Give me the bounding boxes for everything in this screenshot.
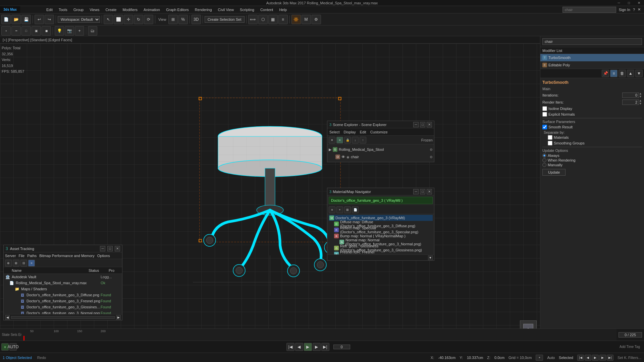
play-btn[interactable]: ▶ <box>304 343 312 351</box>
sub-object-vertex[interactable]: ▪ <box>1 26 11 36</box>
materials-checkbox[interactable] <box>548 135 552 140</box>
iterations-down[interactable]: ▼ <box>639 95 642 98</box>
asset-row-glossiness[interactable]: 🖼 Doctor's_office_furniture_geo_3_Glossi… <box>4 304 122 310</box>
3d-snap-btn[interactable]: 3D <box>192 15 201 24</box>
workspace-dropdown[interactable]: Workspace: Default <box>58 16 100 23</box>
close-btn[interactable]: ✕ <box>634 0 644 6</box>
frame-counter-input[interactable] <box>619 332 642 338</box>
add-time-tag-label[interactable]: Add Time Tag <box>620 345 640 349</box>
menu-help[interactable]: Help <box>276 7 289 12</box>
help-icon[interactable]: ? <box>633 8 635 12</box>
se-tb-btn2[interactable]: ≡ <box>336 137 343 143</box>
render-iters-down[interactable]: ▼ <box>639 102 642 105</box>
filters-label[interactable]: Filters... <box>628 356 641 360</box>
mod-list-icon[interactable]: ≡ <box>610 70 618 77</box>
select-region-btn[interactable]: ⬜ <box>114 15 123 24</box>
asset-row-vault[interactable]: 🏦 Autodesk Vault Logg... <box>4 274 122 280</box>
isoline-checkbox[interactable] <box>542 106 547 111</box>
asset-row-fresnel[interactable]: 🖼 Doctor's_office_furniture_geo_3_Fresne… <box>4 298 122 304</box>
redo-btn[interactable]: ↪ <box>45 15 54 24</box>
rotate-btn[interactable]: ↻ <box>134 15 143 24</box>
current-frame-input[interactable] <box>333 345 350 349</box>
se-item-chair[interactable]: O 👁 ◉ chair ⚙ <box>329 153 433 161</box>
sub-object-element[interactable]: ◼ <box>42 26 51 36</box>
mod-delete-icon[interactable]: 🗑 <box>619 70 626 77</box>
undo-label[interactable]: Redo <box>37 356 46 360</box>
mat-scroll-down[interactable]: ▼ <box>428 255 433 260</box>
se-tb-btn3[interactable]: 🔒 <box>344 137 351 143</box>
always-radio[interactable] <box>542 154 546 158</box>
mat-tb-btn3[interactable]: ⊞ <box>344 206 351 213</box>
mod-move-down-icon[interactable]: ▼ <box>635 70 643 77</box>
asset-panel-maximize[interactable]: □ <box>107 246 113 251</box>
go-to-end-btn[interactable]: ▶| <box>321 343 329 351</box>
restore-btn[interactable]: □ <box>624 0 634 6</box>
sub-object-border[interactable]: □ <box>21 26 31 36</box>
update-btn[interactable]: Update <box>542 169 566 176</box>
smoothing-groups-checkbox[interactable] <box>548 141 552 145</box>
se-menu-edit[interactable]: Edit <box>360 130 366 134</box>
se-menu-display[interactable]: Display <box>344 130 356 134</box>
search-input[interactable] <box>562 7 616 13</box>
mirror-btn[interactable]: ⬡ <box>258 15 268 24</box>
mod-pin-icon[interactable]: 📌 <box>602 70 609 77</box>
asset-tb-btn1[interactable]: ⊕ <box>5 260 12 266</box>
se-tb-btn1[interactable]: ✕ <box>329 137 335 143</box>
timeline-cursor[interactable] <box>23 336 24 341</box>
asset-menu-bitmap[interactable]: Bitmap Performance and Memory <box>39 254 94 258</box>
next-frame-btn[interactable]: ▶ <box>313 343 321 351</box>
align-btn[interactable]: ⟺ <box>248 15 258 24</box>
menu-content[interactable]: Content <box>258 7 276 12</box>
undo-btn[interactable]: ↩ <box>35 15 44 24</box>
smooth-result-checkbox[interactable] <box>542 125 547 129</box>
se-maximize[interactable]: □ <box>420 122 425 127</box>
asset-tb-btn3[interactable]: ⊟ <box>20 260 27 266</box>
save-btn[interactable]: 💾 <box>21 15 31 24</box>
scale-btn[interactable]: ⟳ <box>144 15 153 24</box>
pb-end[interactable]: ▶| <box>607 355 613 361</box>
se-tb-btn5[interactable]: ↑ <box>360 137 366 143</box>
se-menu-select[interactable]: Select <box>329 130 340 134</box>
mat-nav-minimize[interactable]: ─ <box>413 189 419 194</box>
pb-prev[interactable]: ◀ <box>585 355 591 361</box>
scroll-left-btn[interactable]: ◀ <box>5 315 10 320</box>
pb-start[interactable]: |◀ <box>577 355 584 361</box>
scroll-right-btn[interactable]: ▶ <box>116 315 121 320</box>
menu-scripting[interactable]: Scripting <box>237 7 257 12</box>
prev-frame-btn[interactable]: ◀ <box>295 343 303 351</box>
menu-civil-view[interactable]: Civil View <box>215 7 236 12</box>
percent-btn[interactable]: % <box>178 15 188 24</box>
render-btn[interactable]: 🔆 <box>291 15 301 24</box>
modifier-editable-poly[interactable]: E Editable Poly <box>540 61 644 69</box>
asset-menu-paths[interactable]: Paths <box>27 254 37 258</box>
add-key-btn[interactable]: + <box>536 355 543 361</box>
menu-create[interactable]: Create <box>103 7 119 12</box>
asset-row-maps[interactable]: 📁 Maps / Shaders <box>4 286 122 292</box>
close-menu-icon[interactable]: ✕ <box>638 7 641 12</box>
helper-btn[interactable]: + <box>75 26 84 36</box>
timeline-track[interactable]: 50 100 150 200 <box>23 329 616 341</box>
mat-tb-btn2[interactable]: + <box>336 206 343 213</box>
light-btn[interactable]: 💡 <box>55 26 64 36</box>
render-iters-input[interactable] <box>622 100 639 105</box>
se-tb-btn4[interactable]: ↓ <box>352 137 359 143</box>
menu-animation[interactable]: Animation <box>141 7 163 12</box>
scroll-track[interactable] <box>11 316 115 319</box>
material-btn[interactable]: M <box>302 15 311 24</box>
snap-btn[interactable]: ⊞ <box>168 15 178 24</box>
se-minimize[interactable]: ─ <box>413 122 419 127</box>
mod-move-up-icon[interactable]: ▲ <box>627 70 634 77</box>
pb-next[interactable]: ▶ <box>599 355 606 361</box>
asset-row-normal[interactable]: 🖼 Doctor's_office_furniture_geo_3_Normal… <box>4 310 122 314</box>
camera-btn[interactable]: 📷 <box>65 26 74 36</box>
asset-row-file[interactable]: 📄 Rolling_Medical_Spa_Stool_max_vray.max… <box>4 280 122 286</box>
auto-key-btn[interactable]: AUTO <box>9 343 17 351</box>
sub-object-poly[interactable]: ▣ <box>32 26 41 36</box>
asset-menu-file[interactable]: File <box>18 254 24 258</box>
asset-tb-btn4[interactable]: ≡ <box>28 260 35 266</box>
pb-play[interactable]: ▶ <box>592 355 599 361</box>
asset-panel-close[interactable]: ✕ <box>115 246 120 251</box>
asset-panel-minimize[interactable]: ─ <box>100 246 105 251</box>
new-btn[interactable]: 📄 <box>1 15 11 24</box>
when-rendering-radio[interactable] <box>542 158 546 162</box>
